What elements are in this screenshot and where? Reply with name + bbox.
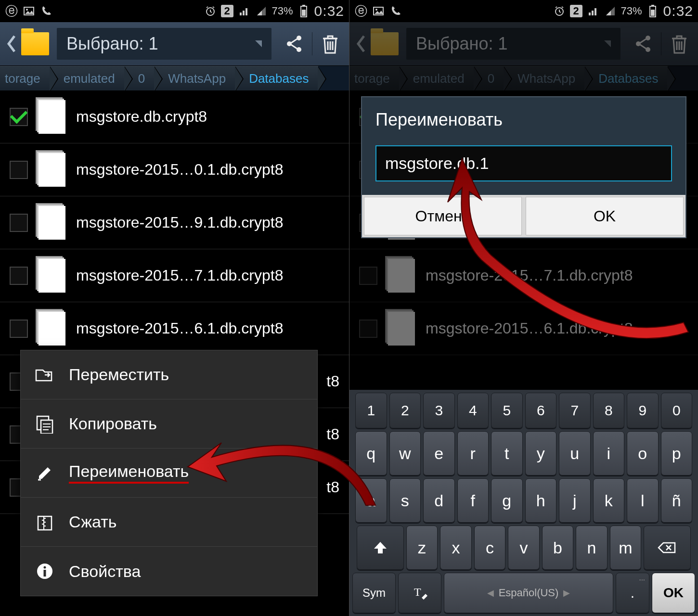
key-x[interactable]: x bbox=[440, 526, 472, 570]
key-f[interactable]: f bbox=[457, 478, 489, 523]
ctx-move[interactable]: Переместить bbox=[21, 350, 317, 399]
key-q[interactable]: q bbox=[355, 431, 387, 475]
rename-input[interactable] bbox=[385, 154, 662, 173]
key-b[interactable]: b bbox=[542, 526, 574, 570]
cancel-button[interactable]: Отмена bbox=[364, 197, 522, 235]
rename-icon bbox=[34, 462, 55, 484]
share-button[interactable] bbox=[628, 29, 658, 59]
crumb-whatsapp[interactable]: WhatsApp bbox=[155, 66, 235, 90]
key-4[interactable]: 4 bbox=[457, 393, 489, 428]
signal-icon bbox=[586, 4, 600, 18]
compress-icon bbox=[34, 512, 55, 533]
key-r[interactable]: r bbox=[457, 431, 489, 475]
key-5[interactable]: 5 bbox=[491, 393, 523, 428]
key-1[interactable]: 1 bbox=[355, 393, 387, 428]
ctx-compress[interactable]: Сжать bbox=[21, 498, 317, 547]
key-w[interactable]: w bbox=[389, 431, 421, 475]
ctx-copy[interactable]: Копировать bbox=[21, 399, 317, 449]
key-p[interactable]: p bbox=[661, 431, 693, 475]
selection-label: Выбрано: 1 bbox=[66, 34, 158, 54]
ctx-properties[interactable]: Свойства bbox=[21, 547, 317, 596]
key-c[interactable]: c bbox=[474, 526, 506, 570]
signal-icon bbox=[237, 4, 251, 18]
ctx-label: Переместить bbox=[69, 365, 169, 384]
selection-count-dropdown[interactable]: Выбрано: 1 bbox=[57, 28, 271, 60]
share-button[interactable] bbox=[279, 29, 309, 59]
file-row[interactable]: msgstore-2015…9.1.db.crypt8 bbox=[0, 196, 349, 249]
svg-point-13 bbox=[44, 566, 46, 569]
crumb-storage[interactable]: torage bbox=[349, 66, 400, 90]
key-2[interactable]: 2 bbox=[389, 393, 421, 428]
ctx-rename[interactable]: Переименовать bbox=[21, 449, 317, 498]
checkbox-checked[interactable] bbox=[10, 108, 28, 126]
crumb-whatsapp[interactable]: WhatsApp bbox=[504, 66, 585, 90]
key-sym[interactable]: Sym bbox=[352, 573, 396, 613]
ok-button[interactable]: OK bbox=[526, 197, 684, 235]
checkbox[interactable] bbox=[10, 320, 28, 338]
key-z[interactable]: z bbox=[406, 526, 438, 570]
key-s[interactable]: s bbox=[389, 478, 421, 523]
key-backspace[interactable] bbox=[644, 526, 691, 570]
crumb-storage[interactable]: torage bbox=[0, 66, 50, 90]
key-d[interactable]: d bbox=[423, 478, 455, 523]
file-row[interactable]: msgstore-2015…6.1.db.crypt8 bbox=[349, 302, 698, 355]
back-button[interactable] bbox=[4, 32, 18, 55]
key-ñ[interactable]: ñ bbox=[661, 478, 693, 523]
keyboard: 1234567890 qwertyuiop asdfghjklñ zxcvbnm… bbox=[349, 390, 698, 616]
key-settings[interactable]: T bbox=[398, 573, 441, 613]
key-3[interactable]: 3 bbox=[423, 393, 455, 428]
crumb-emulated[interactable]: emulated bbox=[50, 66, 125, 90]
key-shift[interactable] bbox=[357, 526, 404, 570]
key-period[interactable]: . ··· bbox=[616, 573, 649, 613]
move-icon bbox=[34, 364, 55, 385]
key-m[interactable]: m bbox=[610, 526, 642, 570]
selection-count-dropdown[interactable]: Выбрано: 1 bbox=[406, 28, 620, 60]
file-row[interactable]: msgstore-2015…7.1.db.crypt8 bbox=[349, 249, 698, 302]
key-7[interactable]: 7 bbox=[559, 393, 591, 428]
back-button[interactable] bbox=[353, 32, 368, 55]
crumb-databases[interactable]: Databases bbox=[235, 66, 318, 90]
key-e[interactable]: e bbox=[423, 431, 455, 475]
key-0[interactable]: 0 bbox=[661, 393, 693, 428]
checkbox[interactable] bbox=[10, 214, 28, 232]
file-row[interactable]: msgstore-2015…6.1.db.crypt8 bbox=[0, 302, 349, 355]
key-i[interactable]: i bbox=[593, 431, 625, 475]
selection-label: Выбрано: 1 bbox=[416, 34, 507, 54]
delete-button[interactable] bbox=[315, 29, 345, 59]
file-row[interactable]: msgstore-2015…0.1.db.crypt8 bbox=[0, 143, 349, 196]
key-j[interactable]: j bbox=[559, 478, 591, 523]
checkbox[interactable] bbox=[359, 320, 377, 338]
key-y[interactable]: y bbox=[525, 431, 557, 475]
dropdown-triangle-icon bbox=[604, 40, 611, 47]
checkbox[interactable] bbox=[359, 267, 377, 285]
svg-point-8 bbox=[297, 47, 301, 52]
clock: 0:32 bbox=[663, 3, 693, 19]
key-h[interactable]: h bbox=[525, 478, 557, 523]
key-a[interactable]: a bbox=[355, 478, 387, 523]
key-k[interactable]: k bbox=[593, 478, 625, 523]
key-u[interactable]: u bbox=[559, 431, 591, 475]
crumb-databases[interactable]: Databases bbox=[585, 66, 668, 90]
key-n[interactable]: n bbox=[576, 526, 608, 570]
key-9[interactable]: 9 bbox=[627, 393, 659, 428]
key-v[interactable]: v bbox=[508, 526, 540, 570]
key-t[interactable]: t bbox=[491, 431, 523, 475]
clock: 0:32 bbox=[314, 3, 344, 19]
checkbox[interactable] bbox=[10, 161, 28, 179]
checkbox[interactable] bbox=[10, 267, 28, 285]
key-o[interactable]: o bbox=[627, 431, 659, 475]
file-icon bbox=[39, 206, 65, 240]
file-name: msgstore-2015…9.1.db.crypt8 bbox=[76, 214, 339, 231]
key-l[interactable]: l bbox=[627, 478, 659, 523]
file-row[interactable]: msgstore.db.crypt8 bbox=[0, 90, 349, 143]
dialog-title: Переименовать bbox=[362, 97, 685, 141]
file-row[interactable]: msgstore-2015…7.1.db.crypt8 bbox=[0, 249, 349, 302]
key-ok[interactable]: OK bbox=[652, 573, 695, 613]
key-g[interactable]: g bbox=[491, 478, 523, 523]
key-8[interactable]: 8 bbox=[593, 393, 625, 428]
key-6[interactable]: 6 bbox=[525, 393, 557, 428]
delete-button[interactable] bbox=[664, 29, 694, 59]
svg-rect-14 bbox=[44, 570, 46, 577]
crumb-emulated[interactable]: emulated bbox=[400, 66, 474, 90]
key-space[interactable]: ◀ Español(US) ▶ bbox=[444, 573, 613, 613]
